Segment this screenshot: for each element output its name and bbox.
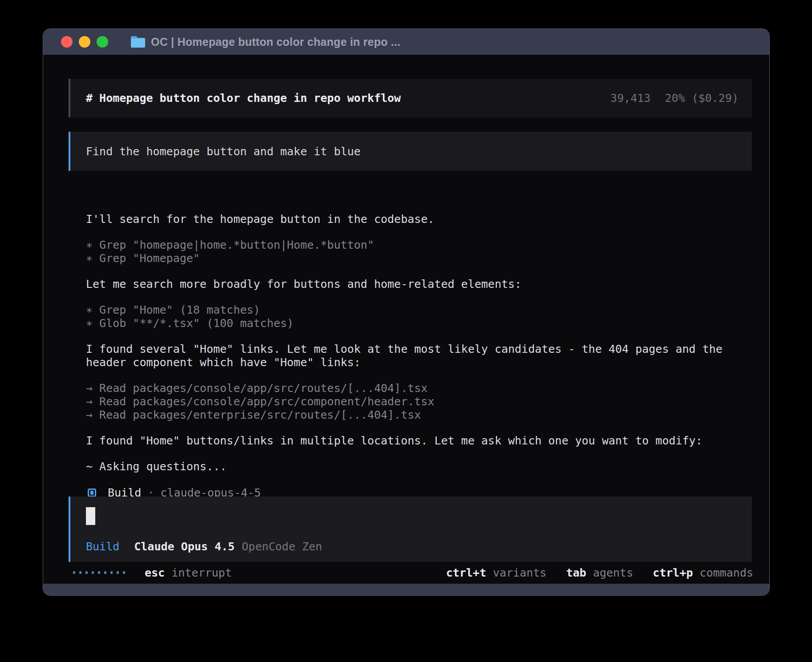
session-title: # Homepage button color change in repo w… (86, 92, 401, 105)
activity-dot (123, 571, 125, 574)
conversation: I'll search for the homepage button in t… (86, 213, 752, 499)
hint-interrupt: esc interrupt (145, 566, 232, 579)
blank-line (86, 226, 752, 238)
tool-call-line: → Read packages/console/app/src/routes/[… (86, 382, 752, 395)
token-count: 39,413 (610, 92, 650, 105)
blank-line (86, 473, 752, 486)
titlebar[interactable]: OC | Homepage button color change in rep… (43, 29, 769, 55)
hint-agents: tab agents (566, 566, 633, 579)
user-message: Find the homepage button and make it blu… (69, 132, 752, 171)
activity-dot (110, 571, 113, 574)
blank-line (86, 448, 752, 460)
terminal-window: OC | Homepage button color change in rep… (43, 28, 770, 596)
blank-line (86, 291, 752, 303)
close-button[interactable] (61, 36, 73, 48)
assistant-text-line: Let me search more broadly for buttons a… (86, 278, 752, 291)
input-provider-label: OpenCode Zen (242, 540, 322, 553)
tool-call-line: ∗ Grep "Homepage" (86, 252, 752, 265)
blank-line (86, 369, 752, 382)
input-agent-label[interactable]: Build (86, 540, 119, 553)
tool-call-line: ∗ Glob "**/*.tsx" (100 matches) (86, 317, 752, 330)
window-title: OC | Homepage button color change in rep… (151, 36, 400, 48)
terminal-content: # Homepage button color change in repo w… (43, 55, 769, 584)
assistant-text-line: I found several "Home" links. Let me loo… (86, 343, 752, 356)
activity-dot (92, 571, 94, 574)
zoom-button[interactable] (97, 36, 108, 48)
prompt-input[interactable]: Build Claude Opus 4.5 OpenCode Zen (69, 496, 752, 562)
activity-dot (104, 571, 106, 574)
assistant-text-line: header component which have "Home" links… (86, 356, 752, 369)
hint-commands: ctrl+p commands (653, 566, 753, 579)
minimize-button[interactable] (79, 36, 90, 48)
hint-key: ctrl+t (446, 566, 486, 579)
assistant-text-line: I found "Home" buttons/links in multiple… (86, 434, 752, 448)
input-meta: Build Claude Opus 4.5 OpenCode Zen (86, 540, 322, 553)
hint-label: interrupt (171, 566, 231, 579)
blank-line (86, 422, 752, 434)
text-cursor (86, 507, 95, 525)
blank-line (86, 330, 752, 343)
assistant-text-line: I'll search for the homepage button in t… (86, 213, 752, 226)
status-bar: esc interrupt ctrl+t variantstab agentsc… (73, 566, 753, 579)
hint-label: commands (700, 566, 753, 579)
status-bar-left: esc interrupt (73, 566, 232, 579)
hint-key: ctrl+p (653, 566, 693, 579)
tool-call-line: → Read packages/enterprise/src/routes/[.… (86, 408, 752, 422)
input-model-label[interactable]: Claude Opus 4.5 (134, 540, 235, 553)
session-stats: 39,413 20% ($0.29) (610, 92, 739, 105)
activity-dots (73, 571, 125, 574)
hint-key: tab (566, 566, 586, 579)
hint-label: agents (593, 566, 633, 579)
hint-variants: ctrl+t variants (446, 566, 547, 579)
assistant-text-line: ~ Asking questions... (86, 460, 752, 473)
tool-call-line: ∗ Grep "homepage|home.*button|Home.*butt… (86, 238, 752, 252)
user-message-text: Find the homepage button and make it blu… (86, 145, 361, 158)
window-bottom-strip (43, 584, 769, 595)
hint-label: variants (493, 566, 546, 579)
context-cost: 20% ($0.29) (665, 92, 739, 105)
activity-dot (85, 571, 88, 574)
tool-call-line: → Read packages/console/app/src/componen… (86, 395, 752, 408)
status-bar-right: ctrl+t variantstab agentsctrl+p commands (446, 566, 753, 579)
activity-dot (117, 571, 119, 574)
activity-dot (79, 571, 81, 574)
agent-icon (88, 488, 96, 497)
session-header: # Homepage button color change in repo w… (69, 79, 752, 117)
tool-call-line: ∗ Grep "Home" (18 matches) (86, 303, 752, 317)
activity-dot (98, 571, 100, 574)
folder-icon (130, 36, 146, 48)
blank-line (86, 265, 752, 278)
activity-dot (73, 571, 75, 574)
hint-key: esc (145, 566, 165, 579)
